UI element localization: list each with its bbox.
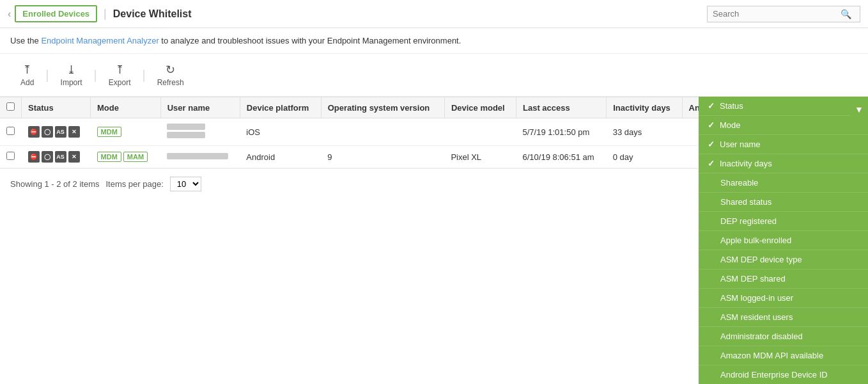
refresh-icon: ↻ [166, 63, 175, 77]
column-dropdown-item[interactable]: Inactivity days [699, 154, 868, 173]
column-dropdown-item-label: ASM resident users [720, 312, 793, 322]
per-page-select[interactable]: 10 25 50 [170, 177, 201, 191]
cell-os-version: 9 [321, 146, 444, 168]
info-suffix: to analyze and troubleshoot issues with … [159, 36, 461, 45]
cell-device-model [444, 118, 516, 146]
toolbar-sep-3: | [142, 68, 145, 83]
username-blurred [167, 132, 205, 138]
column-dropdown-item-label: Inactivity days [720, 159, 772, 168]
column-toggle-button[interactable]: ▼ [850, 97, 868, 122]
refresh-label: Refresh [157, 78, 184, 87]
column-dropdown-item-label: Administrator disabled [720, 332, 803, 341]
col-inactivity: Inactivity days [607, 97, 682, 118]
cell-inactivity-days: 33 days [607, 118, 682, 146]
cell-mode: MDM [91, 118, 161, 146]
column-dropdown-item[interactable]: Android Enterprise Device ID [699, 365, 868, 384]
column-dropdown-item[interactable]: User name [699, 135, 868, 154]
column-dropdown-item-label: Status [720, 101, 743, 111]
header-search-area: 🔍 [707, 6, 860, 22]
info-bar: Use the Endpoint Management Analyzer to … [0, 28, 868, 54]
add-label: Add [20, 78, 34, 87]
status-icon-as: AS [55, 126, 66, 138]
export-label: Export [109, 78, 131, 87]
import-icon: ⤓ [66, 63, 76, 77]
column-dropdown-item-label: ASM DEP device type [720, 255, 802, 264]
row-checkbox[interactable] [6, 152, 15, 160]
enrolled-devices-button[interactable]: Enrolled Devices [15, 5, 97, 22]
refresh-button[interactable]: ↻ Refresh [147, 60, 194, 90]
column-dropdown-item-label: Apple bulk-enrolled [720, 236, 791, 245]
add-button[interactable]: ⤒ Add [10, 60, 44, 90]
col-username: User name [160, 97, 240, 118]
select-all-col[interactable] [0, 97, 22, 118]
column-dropdown-item-label: ASM logged-in user [720, 293, 793, 303]
search-box[interactable]: 🔍 [707, 6, 860, 22]
status-icon-circle: ◯ [42, 126, 53, 138]
toolbar-sep-2: | [94, 68, 97, 83]
search-input[interactable] [713, 9, 841, 19]
cell-username [160, 146, 240, 168]
column-dropdown-item[interactable]: Amazon MDM API available [699, 346, 868, 365]
column-dropdown-item[interactable]: Shared status [699, 193, 868, 212]
column-dropdown-item[interactable]: ASM resident users [699, 308, 868, 327]
status-icon-blocked: ⛔ [28, 126, 40, 138]
cell-inactivity-days: 0 day [607, 146, 682, 168]
header-separator: | [104, 7, 107, 20]
column-dropdown-item[interactable]: Shareable [699, 173, 868, 193]
column-dropdown-item[interactable]: Administrator disabled [699, 327, 868, 346]
column-dropdown-item-label: Android Enterprise Device ID [720, 370, 828, 380]
toolbar-sep-1: | [45, 68, 49, 83]
cell-platform: Android [240, 146, 321, 168]
col-os: Operating system version [321, 97, 444, 118]
items-per-page-label: Items per page: [105, 179, 163, 189]
status-icon-x: ✕ [68, 126, 80, 138]
column-dropdown-item[interactable]: ASM DEP device type [699, 250, 868, 269]
column-dropdown-item-label: Shareable [720, 178, 758, 188]
col-last-access: Last access [516, 97, 607, 118]
column-dropdown-item[interactable]: Mode [699, 116, 868, 135]
status-icons: ⛔ ◯ AS ✕ [28, 126, 84, 138]
status-icon-as: AS [55, 151, 66, 163]
cell-platform: iOS [240, 118, 321, 146]
col-mode: Mode [91, 97, 161, 118]
info-prefix: Use the [10, 36, 41, 45]
column-dropdown-item-label: User name [720, 140, 761, 149]
col-platform: Device platform [240, 97, 321, 118]
cell-mode: MDMMAM [91, 146, 161, 168]
column-dropdown-item-label: Mode [720, 120, 741, 130]
cell-device-model: Pixel XL [444, 146, 516, 168]
column-dropdown-item[interactable]: Apple bulk-enrolled [699, 231, 868, 250]
status-icon-blocked: ⛔ [28, 151, 40, 163]
username-blurred [167, 153, 228, 159]
showing-text: Showing 1 - 2 of 2 items [10, 179, 99, 189]
back-arrow-icon[interactable]: ‹ [8, 8, 11, 20]
import-button[interactable]: ⤓ Import [50, 60, 93, 90]
column-dropdown: StatusModeUser nameInactivity daysSharea… [699, 97, 868, 384]
cell-username [160, 118, 240, 146]
col-model: Device model [444, 97, 516, 118]
search-icon: 🔍 [841, 9, 851, 19]
import-label: Import [61, 78, 82, 87]
cell-os-version [321, 118, 444, 146]
row-checkbox[interactable] [6, 127, 15, 135]
status-icon-x: ✕ [68, 151, 80, 163]
status-icon-circle: ◯ [42, 151, 53, 163]
add-icon: ⤒ [22, 63, 32, 77]
export-button[interactable]: ⤒ Export [98, 60, 141, 90]
cell-status: ⛔ ◯ AS ✕ [22, 118, 91, 146]
cell-status: ⛔ ◯ AS ✕ [22, 146, 91, 168]
header: ‹ Enrolled Devices | Device Whitelist 🔍 [0, 0, 868, 28]
column-dropdown-item[interactable]: ASM DEP shared [699, 269, 868, 289]
export-icon: ⤒ [115, 63, 125, 77]
analyzer-link[interactable]: Endpoint Management Analyzer [41, 36, 159, 45]
toolbar: ⤒ Add | ⤓ Import | ⤒ Export | ↻ Refresh [0, 54, 868, 97]
select-all-checkbox[interactable] [6, 102, 15, 111]
page-title: Device Whitelist [113, 8, 192, 20]
status-icons: ⛔ ◯ AS ✕ [28, 151, 84, 163]
column-dropdown-item-label: ASM DEP shared [720, 274, 786, 284]
mode-badge: MAM [123, 152, 148, 162]
column-dropdown-item[interactable]: DEP registered [699, 212, 868, 231]
column-dropdown-item[interactable]: ASM logged-in user [699, 289, 868, 308]
main-content: Status Mode User name Device platform Op… [0, 97, 868, 168]
column-dropdown-item[interactable]: Status [699, 97, 868, 116]
